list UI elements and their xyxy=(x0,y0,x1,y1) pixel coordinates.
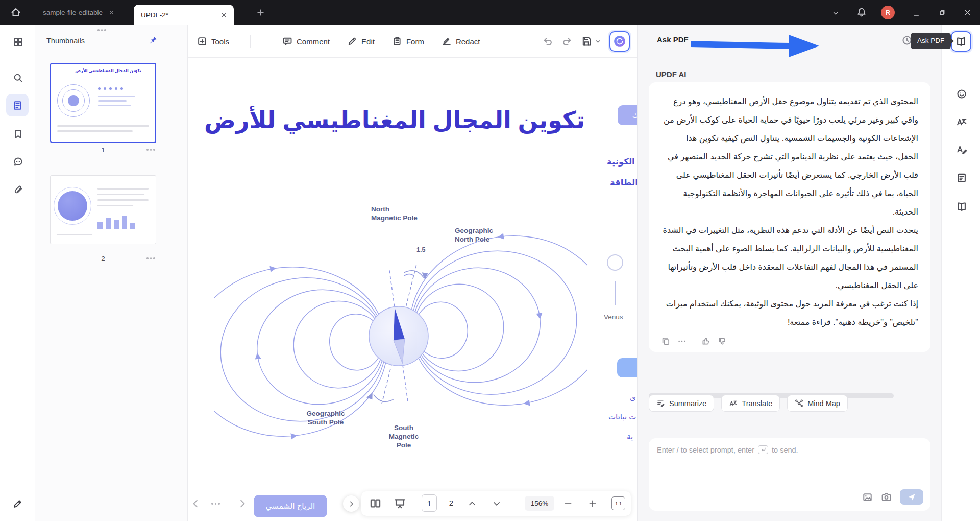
restore-window-icon[interactable] xyxy=(938,9,946,16)
thumbnail-page-1[interactable]: تكوين المجال المغناطيسي للأرض xyxy=(50,63,156,143)
page-down-chevron-icon[interactable] xyxy=(492,499,501,508)
label-axis-angle: 1.5 xyxy=(416,246,425,254)
tools-button[interactable]: Tools xyxy=(197,32,229,51)
ask-pdf-book-icon xyxy=(955,36,967,47)
bookmarks-icon[interactable] xyxy=(12,128,24,140)
proofread-icon[interactable] xyxy=(955,143,968,155)
thumbnails-panel: Thumbnails تكوين المجال المغناطيسي للأرض… xyxy=(35,25,188,521)
mini-text-line xyxy=(97,194,144,195)
copy-icon[interactable] xyxy=(661,337,670,346)
signature-pen-icon[interactable] xyxy=(12,498,24,510)
thumbnail-page-2[interactable] xyxy=(50,175,156,244)
tab-sample-file-editable[interactable]: sample-file-editable xyxy=(43,0,114,25)
expand-toolbar-button[interactable] xyxy=(343,495,359,512)
radio-circle[interactable] xyxy=(607,254,623,271)
placeholder-prefix: Enter / to select prompt, enter xyxy=(657,446,754,454)
comments-panel-icon[interactable] xyxy=(12,155,24,168)
thumbs-up-icon[interactable] xyxy=(701,337,710,346)
main-toolbar: Tools Comment Edit Form Redact xyxy=(188,25,637,58)
summarize-button[interactable]: Summarize xyxy=(649,395,714,412)
search-icon[interactable] xyxy=(12,72,24,84)
insert-image-icon[interactable] xyxy=(862,492,873,503)
thumbnails-panel-icon[interactable] xyxy=(6,94,29,116)
mini-bar xyxy=(98,100,127,102)
clipped-topic-button-bottom[interactable] xyxy=(617,358,637,377)
mini-text-line xyxy=(57,130,133,132)
actual-size-button[interactable]: 1:1 xyxy=(611,496,625,510)
ai-input-area[interactable]: Enter / to select prompt, enter to send. xyxy=(649,438,930,511)
thumbnail-1-number: 1 xyxy=(50,146,156,154)
zoom-level[interactable]: 156% xyxy=(525,496,554,511)
new-tab-button[interactable] xyxy=(256,8,265,17)
send-button[interactable] xyxy=(900,489,923,505)
redact-button[interactable]: Redact xyxy=(442,32,480,51)
panel-drag-handle-icon[interactable] xyxy=(97,29,106,31)
screenshot-camera-icon[interactable] xyxy=(881,492,892,503)
label-north-magnetic-pole: North Magnetic Pole xyxy=(371,205,418,222)
zoom-in-icon[interactable] xyxy=(588,499,597,508)
two-page-view-icon[interactable] xyxy=(370,498,381,509)
save-chevron-icon xyxy=(595,38,601,45)
mini-bar xyxy=(98,96,135,97)
close-tab-icon[interactable] xyxy=(221,12,227,18)
mini-text-line xyxy=(97,199,149,201)
form-fill-icon[interactable] xyxy=(955,172,968,184)
pdf-page[interactable]: تكوين المجال المغناطيسي للأرض xyxy=(188,58,637,521)
feedback-smiley-icon[interactable] xyxy=(955,88,968,100)
translate-rail-icon[interactable] xyxy=(955,115,968,128)
thumbnail-2-number: 2 xyxy=(50,255,156,263)
undo-icon[interactable] xyxy=(542,36,553,47)
label-geographic-south-pole: Geographic South Pole xyxy=(298,409,354,427)
message-actions xyxy=(661,337,918,346)
user-avatar[interactable]: R xyxy=(881,6,895,19)
pin-panel-icon[interactable] xyxy=(149,36,158,45)
enter-key-icon xyxy=(758,445,768,454)
page-nav-more-icon[interactable] xyxy=(211,503,220,505)
comment-button[interactable]: Comment xyxy=(282,32,330,51)
tab-label: sample-file-editable xyxy=(43,9,103,16)
mode-buttons: Comment Edit Form Redact xyxy=(282,32,480,51)
redo-icon[interactable] xyxy=(561,36,573,47)
tab-updf-2[interactable]: UPDF-2* xyxy=(134,5,234,25)
mini-text-line xyxy=(57,234,92,235)
edit-button[interactable]: Edit xyxy=(347,32,375,51)
solar-wind-button[interactable]: الرياح الشمسي xyxy=(254,495,327,517)
mind-map-icon xyxy=(795,399,803,408)
ask-pdf-rail-button[interactable] xyxy=(951,31,971,52)
minimize-window-icon[interactable] xyxy=(913,12,920,19)
more-actions-icon[interactable] xyxy=(677,337,687,346)
chevron-down-icon[interactable] xyxy=(832,10,839,17)
close-window-icon[interactable] xyxy=(964,9,971,16)
page-next-chevron-icon[interactable] xyxy=(237,498,248,509)
apps-grid-icon[interactable] xyxy=(12,36,24,48)
toolbar-right-cluster xyxy=(542,31,630,52)
ai-response-paragraph: إذا كنت ترغب في معرفة المزيد حول محتوى ا… xyxy=(661,295,918,331)
toolbar-divider xyxy=(250,35,251,48)
form-button[interactable]: Form xyxy=(392,32,424,51)
clipped-text-a: ى xyxy=(630,393,636,402)
page-prev-chevron-icon[interactable] xyxy=(190,498,201,509)
close-tab-icon[interactable] xyxy=(109,10,114,15)
thumbnail-1-menu-icon[interactable] xyxy=(146,149,155,151)
next-page-number[interactable]: 2 xyxy=(445,499,457,507)
mind-map-button[interactable]: Mind Map xyxy=(787,395,848,412)
home-icon[interactable] xyxy=(10,7,21,18)
comment-label: Comment xyxy=(297,37,330,46)
translate-icon xyxy=(729,399,738,408)
current-page-number: 1 xyxy=(427,499,431,508)
clipped-topic-button-top[interactable]: ك xyxy=(618,105,637,125)
translate-button[interactable]: Translate xyxy=(721,395,780,412)
updf-ai-button[interactable] xyxy=(609,31,630,52)
zoom-out-icon[interactable] xyxy=(564,499,573,508)
page-up-chevron-icon[interactable] xyxy=(468,499,477,508)
save-icon[interactable] xyxy=(581,36,601,47)
thumbs-down-icon[interactable] xyxy=(718,337,727,346)
tooltip-label: Ask PDF xyxy=(917,37,944,44)
reader-book-icon[interactable] xyxy=(955,200,968,212)
thumbnail-2-menu-icon[interactable] xyxy=(146,257,155,259)
notifications-bell-icon[interactable] xyxy=(856,7,867,17)
presentation-mode-icon[interactable] xyxy=(394,498,406,509)
current-page-box[interactable]: 1 xyxy=(422,494,437,512)
thumbnails-header: Thumbnails xyxy=(46,37,85,45)
attachments-icon[interactable] xyxy=(12,183,24,196)
